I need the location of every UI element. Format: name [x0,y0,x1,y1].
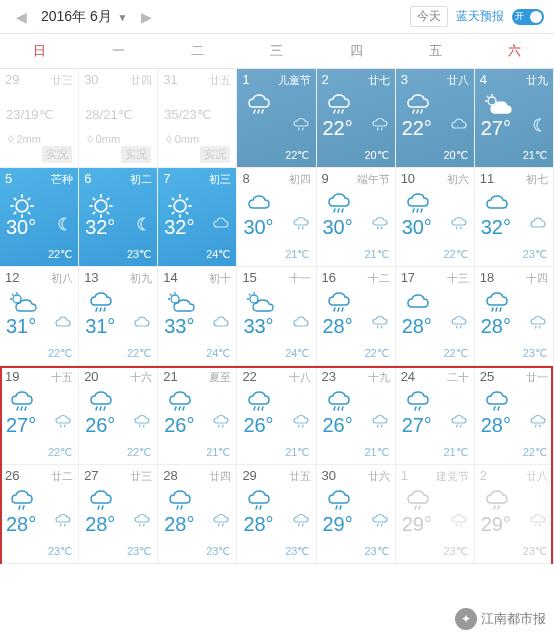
bluesky-label: 蓝天预报 [456,8,504,25]
calendar-cell[interactable]: 22十八26°21℃ [237,366,316,465]
calendar-cell[interactable]: 24二十27°21℃ [396,366,475,465]
calendar-cell[interactable]: 2廿七22°20℃ [317,69,396,168]
calendar-cell[interactable]: 5芒种30°22℃ [0,168,79,267]
today-button[interactable]: 今天 [410,6,448,27]
calendar-cell[interactable]: 10初六30°22℃ [396,168,475,267]
calendar-cell[interactable]: 30廿六29°23℃ [317,465,396,564]
calendar-cell[interactable]: 30廿四28/21℃◊ 0mm实况 [79,69,158,168]
night-icon [292,414,310,430]
calendar-cell[interactable]: 20十六26°22℃ [79,366,158,465]
calendar-cell[interactable]: 13初九31°22℃ [79,267,158,366]
svg-line-23 [28,212,30,214]
svg-line-139 [460,524,461,526]
svg-line-140 [494,506,495,509]
svg-line-6 [338,110,339,113]
lunar-label: 十八 [289,370,311,385]
svg-line-135 [381,524,382,526]
month-label[interactable]: 2016年 6月 ▼ [41,8,127,26]
svg-line-12 [421,110,422,113]
svg-line-81 [535,326,536,328]
calendar-cell[interactable]: 6初二32°23℃ [79,168,158,267]
calendar-cell[interactable]: 3廿八22°20℃ [396,69,475,168]
calendar-cell[interactable]: 1建党节29°23℃ [396,465,475,564]
temp-low: 23℃ [523,248,547,261]
day-number: 29 [242,468,256,483]
lunar-label: 夏至 [209,370,231,385]
bluesky-toggle[interactable]: 开 [512,9,544,25]
toggle-knob [530,11,542,23]
lunar-label: 初四 [289,172,311,187]
svg-line-1 [258,110,259,113]
precip: ◊ 2mm [8,133,41,145]
night-icon [450,513,468,529]
calendar-cell[interactable]: 8初四30°21℃ [237,168,316,267]
calendar-cell[interactable]: 16十二28°22℃ [317,267,396,366]
svg-line-51 [413,209,414,212]
lunar-label: 初六 [447,172,469,187]
temp-range: 23/19℃ [6,107,54,122]
svg-line-100 [262,407,263,410]
calendar-cell[interactable]: 18十四28°23℃ [475,267,554,366]
day-number: 27 [84,468,98,483]
calendar-cell[interactable]: 21夏至26°21℃ [158,366,237,465]
temp-low: 21℃ [206,446,230,459]
lunar-label: 初二 [130,172,152,187]
calendar-cell[interactable]: 14初十33°24℃ [158,267,237,366]
next-month-button[interactable]: ▶ [135,9,158,25]
lunar-label: 初八 [51,271,73,286]
calendar-cell[interactable]: 11初七32°23℃ [475,168,554,267]
calendar-cell[interactable]: 2廿八29°23℃ [475,465,554,564]
calendar-cell[interactable]: 31廿五35/23℃◊ 0mm实况 [158,69,237,168]
weekday-row: 日一二三四五六 [0,34,554,69]
temp-low: 24℃ [206,248,230,261]
temp-high: 22° [323,117,353,140]
calendar-cell[interactable]: 25廿一28°22℃ [475,366,554,465]
weather-icon [166,489,194,515]
lunar-label: 芒种 [51,172,73,187]
day-number: 1 [242,72,249,87]
weather-icon [325,291,353,317]
svg-line-122 [140,524,141,526]
svg-line-132 [336,506,337,509]
calendar-cell[interactable]: 28廿四28°23℃ [158,465,237,564]
temp-high: 30° [402,216,432,239]
temp-high: 28° [402,315,432,338]
svg-line-127 [223,524,224,526]
calendar-cell[interactable]: 7初三32°24℃ [158,168,237,267]
svg-line-10 [413,110,414,113]
calendar-cell[interactable]: 12初八31°22℃ [0,267,79,366]
svg-point-17 [16,200,28,212]
weather-icon [245,489,273,515]
calendar-cell[interactable]: 9端午节30°21℃ [317,168,396,267]
svg-line-104 [338,407,339,410]
svg-point-26 [95,200,107,212]
svg-line-78 [492,308,493,311]
calendar-cell[interactable]: 29廿五28°23℃ [237,465,316,564]
lunar-label: 初七 [526,172,548,187]
svg-line-44 [298,227,299,229]
prev-month-button[interactable]: ◀ [10,9,33,25]
svg-line-123 [144,524,145,526]
calendar-cell[interactable]: 19十五27°22℃ [0,366,79,465]
svg-line-120 [98,506,99,509]
weekday-label: 日 [0,34,79,68]
night-icon [133,414,151,430]
svg-point-56 [13,295,21,303]
svg-line-62 [104,308,105,311]
temp-high: 27° [6,414,36,437]
temp-low: 23℃ [285,545,309,558]
calendar-cell[interactable]: 4廿九27°21℃ [475,69,554,168]
calendar-cell[interactable]: 23十九26°21℃ [317,366,396,465]
svg-line-97 [223,425,224,427]
calendar-cell[interactable]: 26廿二28°23℃ [0,465,79,564]
night-icon [54,414,72,430]
weather-icon [325,192,353,218]
calendar-cell[interactable]: 15十一33°24℃ [237,267,316,366]
weekday-label: 四 [317,34,396,68]
lunar-label: 廿二 [51,469,73,484]
calendar-cell[interactable]: 17十三28°22℃ [396,267,475,366]
calendar-cell[interactable]: 29廿三23/19℃◊ 2mm实况 [0,69,79,168]
temp-range: 28/21℃ [85,107,133,122]
calendar-cell[interactable]: 27廿三28°23℃ [79,465,158,564]
calendar-cell[interactable]: 1儿童节22℃ [237,69,316,168]
